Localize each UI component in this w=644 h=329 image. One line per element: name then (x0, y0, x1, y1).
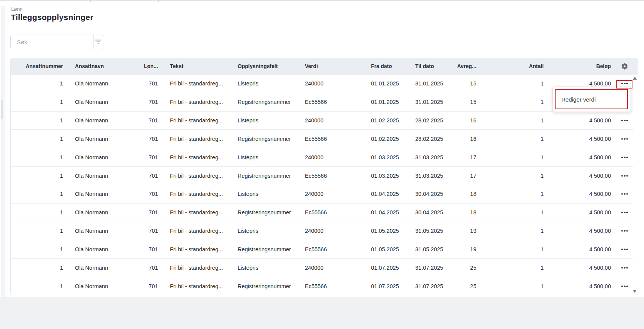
ellipsis-icon (626, 83, 628, 84)
row-actions-button[interactable] (621, 155, 629, 160)
cell-avregning: 16 (452, 130, 482, 148)
cell-avregning: 15 (452, 75, 482, 93)
row-actions-button[interactable] (621, 174, 629, 178)
cell-lonnsart: 701 (143, 185, 163, 203)
cell-tekst: Fri bil - standardreg... (163, 240, 231, 258)
cell-verdi: Ec55566 (298, 277, 364, 296)
cell-verdi: 240000 (298, 75, 364, 93)
cell-lonnsart: 701 (143, 259, 163, 277)
table-row: 1Ola Normann701Fri bil - standardreg...L… (11, 185, 633, 204)
row-actions-button[interactable] (621, 210, 629, 215)
cell-ansattnummer: 1 (11, 93, 68, 111)
cell-opplysningsfelt: Listepris (231, 185, 298, 203)
cell-tekst: Fri bil - standardreg... (163, 185, 231, 203)
row-actions-button[interactable] (621, 247, 629, 252)
cell-antall: 1 (482, 259, 549, 277)
column-header-antall[interactable]: Antall (482, 58, 549, 75)
cell-fra_dato: 01.04.2025 (364, 185, 409, 203)
cell-avregning: 19 (452, 240, 482, 258)
table-row: 1Ola Normann701Fri bil - standardreg...L… (11, 259, 633, 277)
cell-fra_dato: 01.07.2025 (364, 277, 409, 296)
cell-tekst: Fri bil - standardreg... (163, 75, 231, 93)
ellipsis-icon (626, 157, 628, 158)
cell-actions (616, 204, 633, 222)
data-table: AnsattnummerAnsattnavnLøn...TekstOpplysn… (10, 58, 638, 295)
ellipsis-icon (624, 138, 626, 140)
column-header-fra_dato[interactable]: Fra dato (364, 58, 409, 75)
ellipsis-icon (621, 193, 623, 195)
cell-avregning: 25 (452, 259, 482, 277)
cell-ansattnummer: 1 (11, 167, 68, 185)
cell-lonnsart: 701 (143, 277, 163, 296)
ellipsis-icon (624, 157, 626, 158)
cell-til_dato: 31.07.2025 (409, 259, 452, 277)
ellipsis-icon (624, 212, 626, 213)
cell-fra_dato: 01.02.2025 (364, 130, 409, 148)
cell-fra_dato: 01.01.2025 (364, 75, 409, 93)
table-row: 1Ola Normann701Fri bil - standardreg...L… (11, 222, 633, 240)
cell-lonnsart: 701 (143, 148, 163, 166)
cell-avregning: 15 (452, 93, 482, 111)
column-header-belop[interactable]: Beløp (549, 58, 616, 75)
cell-actions (616, 259, 633, 277)
cell-avregning: 17 (452, 167, 482, 185)
cell-lonnsart: 701 (143, 240, 163, 258)
table-body: 1Ola Normann701Fri bil - standardreg...L… (11, 75, 638, 296)
search-input[interactable] (11, 35, 93, 49)
ellipsis-icon (624, 286, 626, 287)
row-actions-button[interactable] (621, 266, 629, 270)
column-header-tekst[interactable]: Tekst (163, 58, 231, 75)
scroll-down-icon[interactable] (633, 290, 637, 293)
ellipsis-icon (626, 175, 628, 177)
cell-verdi: 240000 (298, 112, 364, 130)
tab-divider-tick (90, 0, 91, 2)
column-header-verdi[interactable]: Verdi (298, 58, 364, 75)
table-row: 1Ola Normann701Fri bil - standardreg...L… (11, 75, 633, 93)
cell-til_dato: 31.05.2025 (409, 240, 452, 258)
top-divider (0, 0, 644, 1)
row-actions-button[interactable] (621, 192, 629, 196)
cell-lonnsart: 701 (143, 75, 163, 93)
ellipsis-icon (621, 267, 623, 269)
filter-button[interactable] (93, 35, 103, 49)
cell-verdi: 240000 (298, 222, 364, 240)
cell-lonnsart: 701 (143, 222, 163, 240)
ellipsis-icon (626, 138, 628, 140)
left-scrollbar-thumb[interactable] (1, 100, 3, 119)
row-actions-button[interactable] (621, 137, 629, 141)
column-header-til_dato[interactable]: Til dato (409, 58, 452, 75)
cell-ansattnummer: 1 (11, 259, 68, 277)
cell-belop: 4 500,00 (549, 130, 616, 148)
cell-fra_dato: 01.03.2025 (364, 167, 409, 185)
cell-antall: 1 (482, 222, 549, 240)
cell-antall: 1 (482, 130, 549, 148)
ellipsis-icon (624, 267, 626, 269)
column-header-lonnsart[interactable]: Løn... (143, 58, 163, 75)
row-actions-button[interactable] (621, 81, 629, 86)
column-header-opplysningsfelt[interactable]: Opplysningsfelt (231, 58, 298, 75)
ellipsis-icon (624, 83, 626, 84)
menu-item-rediger-verdi[interactable]: Rediger verdi (556, 96, 596, 103)
column-header-ansattnavn[interactable]: Ansattnavn (68, 58, 143, 75)
row-actions-button[interactable] (621, 284, 629, 289)
cell-antall: 1 (482, 75, 549, 93)
cell-belop: 4 500,00 (549, 167, 616, 185)
cell-antall: 1 (482, 112, 549, 130)
ellipsis-icon (626, 230, 628, 232)
row-actions-button[interactable] (621, 118, 629, 123)
table-settings-button[interactable] (616, 58, 633, 75)
cell-fra_dato: 01.01.2025 (364, 93, 409, 111)
cell-tekst: Fri bil - standardreg... (163, 167, 231, 185)
column-header-avregning[interactable]: Avreg... (452, 58, 482, 75)
cell-belop: 4 500,00 (549, 240, 616, 258)
cell-opplysningsfelt: Listepris (231, 148, 298, 166)
row-actions-button[interactable] (621, 229, 629, 233)
scroll-up-icon[interactable] (633, 77, 637, 80)
cell-avregning: 17 (452, 148, 482, 166)
ellipsis-icon (621, 212, 623, 213)
column-header-ansattnummer[interactable]: Ansattnummer (11, 58, 68, 75)
cell-avregning: 18 (452, 204, 482, 222)
cell-belop: 4 500,00 (549, 185, 616, 203)
cell-opplysningsfelt: Listepris (231, 112, 298, 130)
cell-ansattnavn: Ola Normann (68, 167, 143, 185)
